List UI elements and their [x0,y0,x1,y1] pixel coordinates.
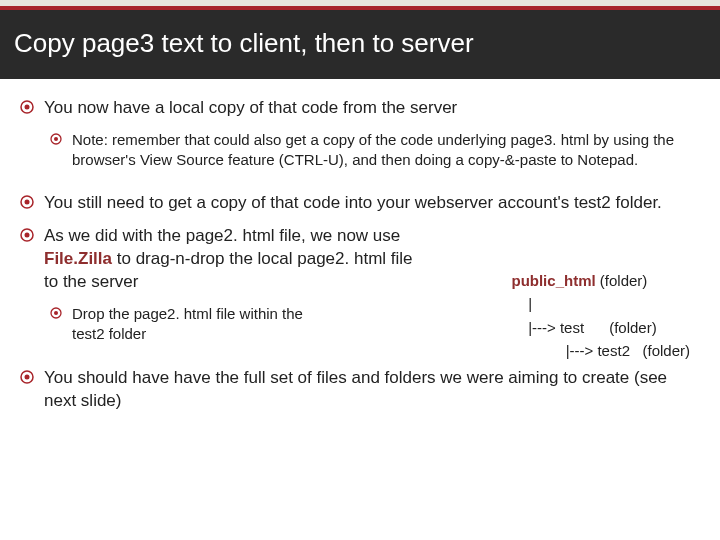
target-bullet-icon [20,228,34,242]
bullet-text: You should have have the full set of fil… [44,367,700,413]
list-item: You still need to get a copy of that cod… [20,192,700,215]
slide-title: Copy page3 text to client, then to serve… [0,10,720,79]
svg-point-3 [54,137,58,141]
file-zilla-name: File.Zilla [44,249,112,268]
list-item: You should have have the full set of fil… [20,367,700,413]
bullet-text: You now have a local copy of that code f… [44,97,700,120]
folder-label: (folder) [584,319,657,336]
svg-point-1 [25,105,30,110]
slide-content: You now have a local copy of that code f… [0,79,720,413]
bullet-text: As we did with the page2. html file, we … [44,225,424,294]
svg-point-9 [54,311,58,315]
svg-point-7 [25,233,30,238]
tree-branch: |---> test2 (folder) [511,339,690,362]
list-item: You now have a local copy of that code f… [20,97,700,120]
tree-pipe: | [511,292,690,315]
folder-tree: public_html (folder) | |---> test (folde… [511,269,690,362]
tree-branch: |---> test [511,319,584,336]
svg-point-11 [25,374,30,379]
bullet-text: Drop the page2. html file within the tes… [72,304,332,345]
list-item: Note: remember that could also get a cop… [50,130,700,171]
folder-label: (folder) [596,272,648,289]
bullet-text: You still need to get a copy of that cod… [44,192,700,215]
target-bullet-icon [20,195,34,209]
text-fragment: As we did with the page2. html file, we … [44,226,400,245]
folder-root-name: public_html [511,272,595,289]
target-bullet-icon [50,307,62,319]
target-bullet-icon [20,370,34,384]
svg-point-5 [25,200,30,205]
target-bullet-icon [20,100,34,114]
target-bullet-icon [50,133,62,145]
bullet-text: Note: remember that could also get a cop… [72,130,700,171]
